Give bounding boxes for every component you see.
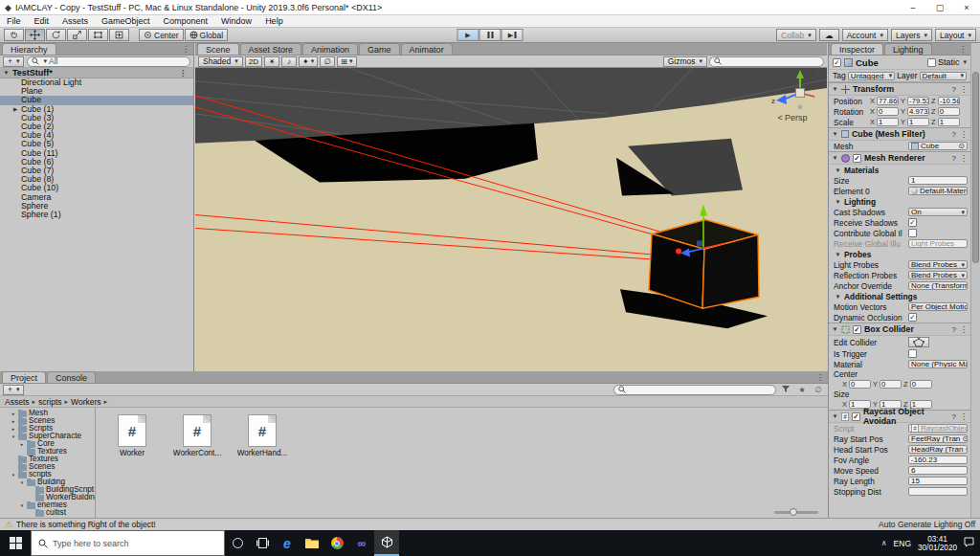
tray-chevron-icon[interactable]: ∧ — [881, 539, 887, 547]
edge-button[interactable]: e — [275, 530, 300, 556]
folder-tree-item[interactable]: BuildingScript — [0, 486, 95, 494]
expand-arrow-icon[interactable]: ▾ — [11, 433, 16, 440]
search-by-type-icon[interactable] — [779, 385, 792, 395]
console-status-message[interactable]: There is something Right of the object! — [16, 520, 156, 529]
physic-material-field[interactable]: None (Physic Ma⊙ — [908, 360, 968, 368]
box-collider-component-header[interactable]: ▼ ✓ Box Collider ?⋮ — [829, 322, 970, 336]
expand-arrow-icon[interactable]: ▸ — [11, 425, 16, 433]
folder-tree-item[interactable]: ▾ Building — [0, 478, 95, 486]
expand-arrow-icon[interactable]: ▾ — [11, 471, 16, 478]
create-asset-button[interactable]: +▾ — [3, 385, 24, 395]
pivot-toggle-button[interactable]: Center — [139, 29, 184, 41]
menu-item[interactable]: Component — [157, 16, 215, 26]
menu-item[interactable]: Window — [214, 16, 258, 26]
transform-component-header[interactable]: ▼ Transform ?⋮ — [829, 82, 970, 96]
expand-arrow-icon[interactable]: ▾ — [19, 478, 25, 486]
light-probes-dropdown[interactable]: Blend Probes▾ — [908, 260, 968, 269]
folder-tree-item[interactable]: ▾ SuperCharacte — [0, 433, 95, 440]
expand-arrow-icon[interactable]: ▸ — [19, 440, 25, 448]
menu-item[interactable]: Help — [258, 16, 290, 26]
maximize-button[interactable]: ▢ — [926, 0, 953, 14]
y-field[interactable]: -79.53 — [907, 97, 929, 105]
mesh-renderer-component-header[interactable]: ▼ ✓ Mesh Renderer ?⋮ — [829, 151, 970, 165]
probes-foldout[interactable]: ▼Probes — [829, 249, 970, 259]
layer-dropdown[interactable]: Default▾ — [920, 72, 968, 80]
transform-tool-button[interactable] — [109, 29, 129, 41]
task-view-button[interactable] — [250, 530, 275, 556]
action-center-button[interactable] — [964, 537, 974, 549]
view-tab[interactable]: Asset Store — [240, 43, 302, 55]
cast-shadows-dropdown[interactable]: On▾ — [908, 208, 968, 216]
is-trigger-checkbox[interactable] — [908, 349, 917, 358]
hierarchy-item[interactable]: Sphere (1) — [0, 211, 193, 219]
ray-length-field[interactable]: 15 — [908, 477, 968, 485]
cloud-button[interactable]: ☁ — [819, 29, 839, 41]
taskbar-search-input[interactable] — [53, 539, 206, 548]
folder-tree-item[interactable]: Scenes — [0, 463, 95, 471]
lighting-foldout[interactable]: ▼Lighting — [829, 196, 970, 207]
materials-size-field[interactable]: 1 — [908, 176, 968, 185]
additional-settings-foldout[interactable]: ▼Additional Settings — [829, 291, 970, 301]
menu-item[interactable]: Assets — [56, 16, 95, 26]
folder-tree-item[interactable]: Textures — [0, 448, 95, 456]
mesh-renderer-enabled-checkbox[interactable]: ✓ — [853, 154, 861, 163]
fov-angle-field[interactable]: -160.23 — [908, 456, 968, 464]
y-field[interactable]: 1 — [907, 118, 929, 126]
rotate-tool-button[interactable] — [46, 29, 66, 41]
menu-item[interactable]: GameObject — [95, 16, 157, 26]
stopping-dist-field[interactable] — [908, 487, 968, 496]
language-indicator[interactable]: ENG — [894, 539, 911, 548]
component-menu-icon[interactable]: ⋮ — [960, 154, 968, 163]
asset-item[interactable]: # WorkerHand... — [237, 414, 287, 457]
expand-arrow-icon[interactable]: ▶ — [13, 105, 21, 114]
breadcrumb-item[interactable]: scripts — [38, 397, 62, 407]
component-menu-icon[interactable]: ⋮ — [960, 325, 968, 334]
folder-tree-item[interactable]: ▾ scripts — [0, 471, 95, 478]
start-button[interactable] — [0, 530, 31, 556]
dynamic-occlusion-checkbox[interactable]: ✓ — [908, 313, 917, 322]
hierarchy-search-field[interactable]: ▾ All — [27, 56, 190, 67]
rect-tool-button[interactable] — [88, 29, 108, 41]
create-object-button[interactable]: +▾ — [3, 56, 24, 67]
z-field[interactable]: 1 — [938, 118, 960, 126]
x-field[interactable]: 0 — [877, 107, 899, 116]
close-button[interactable]: × — [953, 0, 980, 14]
space-toggle-button[interactable]: Global — [185, 29, 229, 41]
object-name-field[interactable]: Cube — [856, 57, 879, 68]
breadcrumb-item[interactable]: Workers — [71, 397, 101, 407]
account-dropdown[interactable]: Account▾ — [842, 29, 888, 41]
expand-arrow-icon[interactable]: ▸ — [11, 417, 16, 425]
mesh-object-field[interactable]: Cube ⊙ — [908, 142, 968, 150]
folder-tree-item[interactable]: cultist — [0, 509, 95, 517]
gizmos-dropdown[interactable]: Gizmos▾ — [663, 56, 707, 67]
tab-project[interactable]: Project — [2, 371, 46, 383]
center-z-field[interactable]: 0 — [910, 380, 932, 389]
asset-item[interactable]: # Worker — [107, 414, 157, 457]
unity-taskbar-button[interactable] — [374, 530, 399, 556]
head-start-pos-field[interactable]: HeadRay (Tran⊙ — [908, 445, 968, 454]
pause-button[interactable] — [479, 29, 501, 41]
object-picker-icon[interactable]: ⊙ — [958, 142, 965, 150]
scene-visibility-toggle-icon[interactable]: ∅ — [320, 56, 335, 67]
tab-inspector[interactable]: Inspector — [831, 43, 883, 55]
scale-tool-button[interactable] — [67, 29, 87, 41]
visual-studio-button[interactable]: ∞ — [349, 530, 374, 556]
scene-lighting-toggle-icon[interactable]: ☀ — [264, 56, 279, 67]
help-icon[interactable]: ? — [952, 412, 956, 421]
hand-tool-button[interactable] — [4, 29, 24, 41]
folder-tree-item[interactable]: ▸ Scripts — [0, 425, 95, 433]
contribute-gi-checkbox[interactable] — [908, 229, 917, 237]
box-collider-enabled-checkbox[interactable]: ✓ — [853, 325, 861, 334]
menu-item[interactable]: File — [0, 16, 28, 26]
effects-dropdown-icon[interactable]: ✦▾ — [299, 56, 318, 67]
minimize-button[interactable]: – — [900, 0, 926, 14]
folder-tree-item[interactable]: ▸ Scenes — [0, 417, 95, 425]
static-checkbox[interactable] — [927, 58, 936, 67]
help-icon[interactable]: ? — [952, 325, 956, 334]
help-icon[interactable]: ? — [952, 130, 956, 139]
persp-label[interactable]: < Persp — [777, 113, 807, 122]
center-y-field[interactable]: 0 — [880, 380, 902, 389]
asset-zoom-slider[interactable] — [774, 511, 818, 514]
cortana-button[interactable] — [225, 530, 250, 556]
folder-tree-item[interactable]: ▸ Mesh — [0, 410, 95, 417]
